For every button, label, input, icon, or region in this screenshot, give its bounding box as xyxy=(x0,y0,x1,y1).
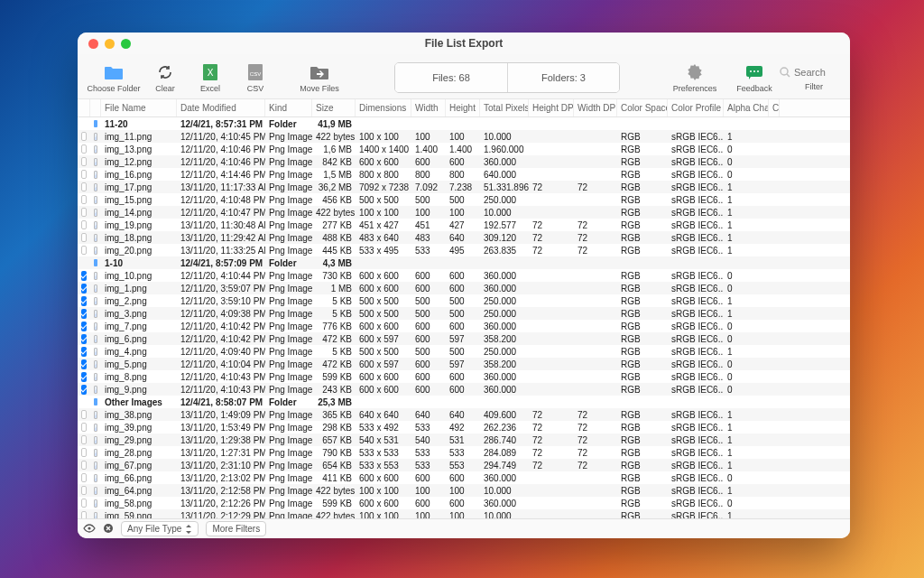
row-checkbox[interactable] xyxy=(81,473,87,482)
col-width-dpi[interactable]: Width DPI xyxy=(574,99,617,117)
row-checkbox[interactable] xyxy=(81,347,87,357)
table-row[interactable]: img_15.png12/11/20, 4:10:48 PMPng Image4… xyxy=(78,193,850,206)
table-body[interactable]: 11-2012/4/21, 8:57:31 PMFolder41,9 MBimg… xyxy=(78,117,850,518)
row-checkbox[interactable] xyxy=(81,284,87,294)
move-files-button[interactable]: Move Files xyxy=(292,62,346,93)
excel-button[interactable]: X Excel xyxy=(189,62,231,93)
image-file-icon xyxy=(94,209,97,217)
table-row[interactable]: 1-1012/4/21, 8:57:09 PMFolder4,3 MB xyxy=(78,256,850,269)
table-row[interactable]: img_4.png12/11/20, 4:09:40 PMPng Image5 … xyxy=(78,345,850,358)
table-row[interactable]: img_12.png12/11/20, 4:10:46 PMPng Image8… xyxy=(78,155,850,168)
table-row[interactable]: img_14.png12/11/20, 4:10:47 PMPng Image4… xyxy=(78,206,850,219)
row-checkbox[interactable] xyxy=(81,271,87,281)
row-checkbox[interactable] xyxy=(81,499,87,508)
row-checkbox[interactable] xyxy=(81,182,87,191)
col-dim[interactable]: Dimensions xyxy=(356,99,411,117)
row-checkbox[interactable] xyxy=(81,220,87,229)
folders-count[interactable]: Folders: 3 xyxy=(507,63,619,92)
col-alpha[interactable]: Alpha Chan... xyxy=(724,99,769,117)
row-checkbox[interactable] xyxy=(81,486,87,495)
row-checkbox[interactable] xyxy=(81,461,87,470)
row-checkbox[interactable] xyxy=(81,170,87,179)
table-row[interactable]: img_67.png13/11/20, 2:31:10 PMPng Image6… xyxy=(78,459,850,471)
cell-ac: 0 xyxy=(724,284,769,294)
table-row[interactable]: img_11.png12/11/20, 4:10:45 PMPng Image4… xyxy=(78,130,850,143)
clear-button[interactable]: Clear xyxy=(144,62,186,93)
table-row[interactable]: img_64.png13/11/20, 2:12:58 PMPng Image4… xyxy=(78,484,850,497)
search-input[interactable] xyxy=(794,67,848,78)
eye-icon[interactable] xyxy=(83,524,96,535)
row-checkbox[interactable] xyxy=(81,334,87,344)
row-checkbox[interactable] xyxy=(81,309,87,319)
table-row[interactable]: img_38.png13/11/20, 1:49:09 PMPng Image3… xyxy=(78,408,850,421)
col-name[interactable]: File Name xyxy=(101,99,177,117)
cell-w: 1.400 xyxy=(411,144,446,154)
row-checkbox[interactable] xyxy=(81,296,87,306)
table-row[interactable]: img_6.png12/11/20, 4:10:42 PMPng Image47… xyxy=(78,332,850,345)
table-row[interactable]: img_7.png12/11/20, 4:10:42 PMPng Image77… xyxy=(78,320,850,332)
col-width[interactable]: Width xyxy=(411,99,446,117)
table-row[interactable]: img_58.png13/11/20, 2:12:26 PMPng Image5… xyxy=(78,497,850,509)
table-row[interactable]: img_1.png12/11/20, 3:59:07 PMPng Image1 … xyxy=(78,282,850,294)
table-row[interactable]: img_59.png13/11/20, 2:12:29 PMPng Image4… xyxy=(78,509,850,518)
col-color-profile[interactable]: Color Profile xyxy=(668,99,724,117)
table-row[interactable]: img_3.png12/11/20, 4:09:38 PMPng Image5 … xyxy=(78,307,850,320)
table-row[interactable]: img_10.png12/11/20, 4:10:44 PMPng Image7… xyxy=(78,269,850,282)
row-checkbox[interactable] xyxy=(81,208,87,217)
cell-cs: RGB xyxy=(617,284,668,294)
col-color-space[interactable]: Color Space xyxy=(617,99,668,117)
col-size[interactable]: Size xyxy=(312,99,356,117)
files-count[interactable]: Files: 68 xyxy=(395,63,507,92)
cell-cs: RGB xyxy=(617,486,668,496)
row-checkbox[interactable] xyxy=(81,372,87,382)
table-row[interactable]: img_2.png12/11/20, 3:59:10 PMPng Image5 … xyxy=(78,294,850,307)
table-row[interactable]: 11-2012/4/21, 8:57:31 PMFolder41,9 MB xyxy=(78,117,850,130)
table-row[interactable]: img_5.png12/11/20, 4:10:04 PMPng Image47… xyxy=(78,358,850,370)
choose-folder-button[interactable]: Choose Folder xyxy=(87,62,141,93)
col-date[interactable]: Date Modified xyxy=(177,99,265,117)
refresh-icon xyxy=(155,62,175,82)
table-row[interactable]: img_66.png13/11/20, 2:13:02 PMPng Image4… xyxy=(78,471,850,484)
table-row[interactable]: img_8.png12/11/20, 4:10:43 PMPng Image59… xyxy=(78,370,850,383)
search-field[interactable] xyxy=(772,64,850,80)
filter-button[interactable]: Filter xyxy=(787,64,841,91)
row-checkbox[interactable] xyxy=(81,359,87,369)
row-checkbox[interactable] xyxy=(81,410,87,419)
row-checkbox[interactable] xyxy=(81,233,87,242)
col-height[interactable]: Height xyxy=(446,99,480,117)
col-kind[interactable]: Kind xyxy=(265,99,312,117)
table-row[interactable]: img_19.png13/11/20, 11:30:48 AMPng Image… xyxy=(78,219,850,231)
table-row[interactable]: img_17.png13/11/20, 11:17:33 AMPng Image… xyxy=(78,181,850,193)
table-row[interactable]: img_20.png13/11/20, 11:33:25 AMPng Image… xyxy=(78,244,850,256)
col-height-dpi[interactable]: Height DPI xyxy=(529,99,574,117)
table-row[interactable]: img_28.png13/11/20, 1:27:31 PMPng Image7… xyxy=(78,446,850,459)
row-checkbox[interactable] xyxy=(81,322,87,331)
table-header[interactable]: File Name Date Modified Kind Size Dimens… xyxy=(78,99,850,117)
excel-icon: X xyxy=(200,62,220,82)
row-checkbox[interactable] xyxy=(81,385,87,395)
table-row[interactable]: img_18.png13/11/20, 11:29:42 AMPng Image… xyxy=(78,231,850,244)
table-row[interactable]: img_13.png12/11/20, 4:10:46 PMPng Image1… xyxy=(78,143,850,155)
row-checkbox[interactable] xyxy=(81,423,87,432)
row-checkbox[interactable] xyxy=(81,511,87,518)
csv-button[interactable]: CSV CSV xyxy=(235,62,276,93)
col-total-pixels[interactable]: Total Pixels xyxy=(480,99,529,117)
row-checkbox[interactable] xyxy=(81,132,87,141)
table-row[interactable]: Other Images12/4/21, 8:58:07 PMFolder25,… xyxy=(78,396,850,408)
table-row[interactable]: img_9.png12/11/20, 4:10:43 PMPng Image24… xyxy=(78,383,850,396)
row-checkbox[interactable] xyxy=(81,144,87,154)
row-checkbox[interactable] xyxy=(81,246,87,255)
more-filters-button[interactable]: More Filters xyxy=(206,521,266,536)
row-checkbox[interactable] xyxy=(81,157,87,166)
filetype-select[interactable]: Any File Type xyxy=(121,521,199,536)
row-checkbox[interactable] xyxy=(81,435,87,444)
table-row[interactable]: img_29.png13/11/20, 1:29:38 PMPng Image6… xyxy=(78,434,850,446)
row-checkbox[interactable] xyxy=(81,448,87,457)
clear-filter-icon[interactable] xyxy=(103,523,114,536)
table-row[interactable]: img_39.png13/11/20, 1:53:49 PMPng Image2… xyxy=(78,421,850,434)
cell-ac: 1 xyxy=(724,448,769,458)
row-checkbox[interactable] xyxy=(81,195,87,204)
preferences-button[interactable]: Preferences xyxy=(668,62,722,93)
table-row[interactable]: img_16.png12/11/20, 4:14:46 PMPng Image1… xyxy=(78,168,850,181)
col-created[interactable]: Cr... xyxy=(769,99,780,117)
